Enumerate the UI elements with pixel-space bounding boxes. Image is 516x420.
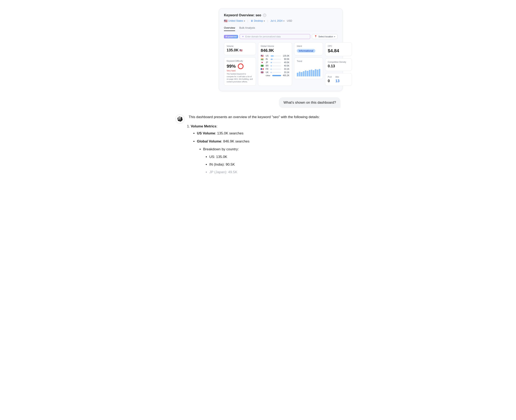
tab-bulk-analysis[interactable]: Bulk Analysis xyxy=(239,25,255,31)
domain-input[interactable]: ✦ Enter domain for personalized data xyxy=(240,34,310,39)
country-jp: JP (Japan): 49.5K xyxy=(209,169,340,175)
user-bubble: What's shown on this dashboard? xyxy=(279,97,340,108)
location-selector[interactable]: 🇺🇸 United States ▾ xyxy=(224,19,245,22)
svg-point-1 xyxy=(238,64,243,69)
numbered-item-1: Volume Metrics: US Volume: 135.0K search… xyxy=(191,124,340,175)
val-br: 40.5K xyxy=(282,65,289,67)
bullet-global-volume: Global Volume: 846.9K searches Breakdown… xyxy=(197,139,340,175)
dashboard-metrics-grid: Volume 135.0K 🇺🇸 Keyword Difficulty 99% xyxy=(224,42,338,86)
global-volume-card: Global Volume 846.9K 🇺🇸 US 135.0K 🇮🇳 xyxy=(258,42,292,86)
user-bubble-wrap: What's shown on this dashboard? xyxy=(173,97,343,108)
bar-uk xyxy=(271,72,281,73)
val-uk: 33.1K xyxy=(282,71,289,74)
meta-sep-2: | xyxy=(267,19,268,22)
tab-overview[interactable]: Overview xyxy=(224,25,235,31)
device-selector[interactable]: 🖥 Desktop ▾ xyxy=(251,19,265,22)
country-row-uk: 🇬🇧 UK 33.1K xyxy=(261,71,289,74)
flag-fr: 🇫🇷 xyxy=(261,68,264,70)
val-in: 90.5K xyxy=(282,58,289,60)
country-in-text: IN (India): 90.5K xyxy=(209,163,235,166)
code-br: BR xyxy=(266,65,269,67)
info-icon[interactable]: ⓘ xyxy=(263,14,266,17)
col-right: CPC $4.84 Competitive Density 0.13 PLA 0 xyxy=(325,42,352,86)
openai-logo-icon xyxy=(177,116,183,122)
trend-bar-9 xyxy=(313,70,314,76)
bar-us xyxy=(271,55,281,57)
trend-label: Trend xyxy=(297,60,320,62)
flag-jp: 🇯🇵 xyxy=(261,61,264,64)
country-row-other: Other 465.2K xyxy=(261,74,289,77)
trend-bar-6 xyxy=(307,71,308,76)
global-volume-value: 846.9K xyxy=(261,48,289,53)
code-in: IN xyxy=(266,58,269,60)
pla-section: PLA 0 xyxy=(328,76,332,83)
code-jp: JP xyxy=(266,61,269,64)
device-label: Desktop xyxy=(254,19,263,22)
kd-level: Very hard xyxy=(227,70,253,72)
bar-fr xyxy=(271,68,281,70)
comp-density-value: 0.13 xyxy=(328,64,349,68)
numbered-item-1-title: Volume Metrics: xyxy=(191,124,340,128)
ai-response: This dashboard presents an overview of t… xyxy=(173,114,343,179)
dashboard-card: Keyword Overview: seo ⓘ 🇺🇸 United States… xyxy=(219,8,343,91)
flag-us: 🇺🇸 xyxy=(261,54,264,57)
code-uk: UK xyxy=(266,71,269,74)
domain-placeholder: Enter domain for personalized data xyxy=(245,35,280,38)
item-1-strong: Volume Metrics xyxy=(191,124,216,128)
pla-label: PLA xyxy=(328,76,332,78)
col-intent: Intent Informational Trend xyxy=(294,42,323,86)
kd-label: Keyword Difficulty xyxy=(227,60,253,62)
us-flag: 🇺🇸 xyxy=(224,19,228,22)
kd-card: Keyword Difficulty 99% Very hard The har… xyxy=(224,57,256,86)
col-left: Volume 135.0K 🇺🇸 Keyword Difficulty 99% xyxy=(224,42,256,86)
bar-br xyxy=(271,65,281,67)
comp-density-card: Competitive Density 0.13 xyxy=(325,58,352,71)
col-global: Global Volume 846.9K 🇺🇸 US 135.0K 🇮🇳 xyxy=(258,42,292,86)
country-jp-text: JP (Japan): 49.5K xyxy=(209,170,237,174)
meta-sep-1: | xyxy=(247,19,248,22)
global-volume-label: Global Volume xyxy=(261,45,289,47)
pla-ads-card: PLA 0 Ads 13 xyxy=(325,73,352,86)
code-us: US xyxy=(266,55,269,57)
ai-badge: AI-powered xyxy=(224,35,238,38)
kw-header: Keyword Overview: seo ⓘ xyxy=(224,13,338,17)
kd-row: 99% xyxy=(227,63,253,70)
select-location-button[interactable]: 📍 Select location ▾ xyxy=(312,34,338,39)
pla-ads-row: PLA 0 Ads 13 xyxy=(328,76,349,83)
sub-bullet-list: Breakdown by country: US: 135.0K IN (Ind… xyxy=(197,146,340,175)
flag-br: 🇧🇷 xyxy=(261,64,264,67)
date-selector[interactable]: Jul 4, 2024 ▾ xyxy=(270,19,284,22)
ai-avatar xyxy=(176,115,184,124)
bullet-global-volume-strong: Global Volume xyxy=(197,139,221,143)
user-message-text: What's shown on this dashboard? xyxy=(283,101,336,105)
val-other: 465.2K xyxy=(282,74,289,77)
filter-bar: AI-powered ✦ Enter domain for personaliz… xyxy=(224,34,338,39)
code-fr: FR xyxy=(266,68,269,70)
country-row-in: 🇮🇳 IN 90.5K xyxy=(261,58,289,60)
device-chevron-icon: ▾ xyxy=(264,20,265,22)
volume-value: 135.0K 🇺🇸 xyxy=(227,48,253,52)
bullet-us-volume-rest: : 135.0K searches xyxy=(215,131,243,135)
user-dashboard-message: Keyword Overview: seo ⓘ 🇺🇸 United States… xyxy=(173,8,343,91)
kd-desc: The hardest keyword to compete for. It w… xyxy=(227,73,253,83)
bullet-list-1: US Volume: 135.0K searches Global Volume… xyxy=(191,130,340,175)
cpc-value: $4.84 xyxy=(328,48,349,53)
ads-label: Ads xyxy=(335,76,339,78)
country-us-text: US: 135.0K xyxy=(209,155,227,159)
country-row-br: 🇧🇷 BR 40.5K xyxy=(261,64,289,67)
val-us: 135.0K xyxy=(282,55,289,57)
intent-card: Intent Informational xyxy=(294,42,323,55)
cpc-label: CPC xyxy=(328,45,349,47)
date-chevron-icon: ▾ xyxy=(283,20,284,22)
desktop-icon: 🖥 xyxy=(251,19,253,22)
ai-numbered-list: Volume Metrics: US Volume: 135.0K search… xyxy=(189,124,340,175)
trend-bar-7 xyxy=(309,70,310,76)
country-sub-list: US: 135.0K IN (India): 90.5K JP (Japan):… xyxy=(203,154,340,175)
bullet-global-volume-rest: : 846.9K searches xyxy=(221,139,250,143)
country-list: 🇺🇸 US 135.0K 🇮🇳 IN 90.5K xyxy=(261,54,289,77)
kw-meta: 🇺🇸 United States ▾ | 🖥 Desktop ▾ | Jul 4… xyxy=(224,19,338,22)
country-us: US: 135.0K xyxy=(209,154,340,160)
trend-card: Trend xyxy=(294,57,323,79)
bar-other xyxy=(272,75,281,76)
kd-ring-icon xyxy=(237,63,244,70)
